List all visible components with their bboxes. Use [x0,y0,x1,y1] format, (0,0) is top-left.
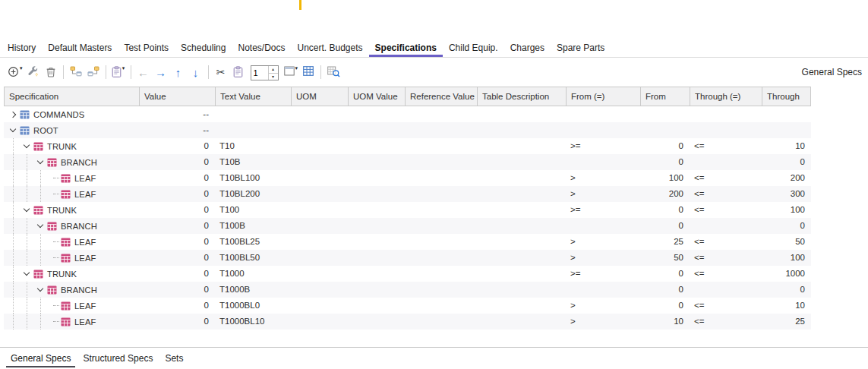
tab-notes-docs[interactable]: Notes/Docs [232,38,291,57]
expander[interactable] [34,161,46,163]
cell-text-value[interactable]: T100 [215,202,291,218]
cell-from-eq[interactable]: > [566,298,640,314]
cell-through-eq[interactable]: <= [690,138,762,154]
cell-from[interactable]: 10 [640,314,690,330]
cell-uom-value[interactable] [348,314,405,330]
add-button[interactable]: ▾ [6,63,24,81]
cell-table-description[interactable] [477,266,566,282]
move-up-button[interactable]: ↑ [170,63,187,81]
cell-value[interactable]: 0 [139,186,215,202]
chevron-down-icon[interactable] [10,126,16,132]
chevron-right-icon[interactable] [10,111,16,117]
cell-through-eq[interactable] [690,106,762,122]
cell-value[interactable]: 0 [139,170,215,186]
cell-uom-value[interactable] [348,170,405,186]
view-selector-button[interactable]: ▾ [282,63,300,81]
cell-text-value[interactable]: T10BL100 [215,170,291,186]
column-header-text-value[interactable]: Text Value [216,87,292,106]
cell-uom-value[interactable] [348,282,405,298]
cell-from[interactable]: 0 [640,298,690,314]
cell-through-eq[interactable]: <= [690,170,762,186]
cell-reference-value[interactable] [405,122,477,138]
cell-from[interactable]: 0 [640,154,690,170]
spec-row-t10b[interactable]: BRANCH0T10B00 [4,154,811,170]
expander[interactable] [21,273,33,275]
cell-uom-value[interactable] [348,202,405,218]
cell-table-description[interactable] [477,122,566,138]
spec-row-t1000b[interactable]: BRANCH0T1000B00 [4,282,811,298]
spinner-down-button[interactable]: ▾ [269,74,278,80]
cell-reference-value[interactable] [405,282,477,298]
tab-default-masters[interactable]: Default Masters [42,38,118,57]
cell-uom[interactable] [291,106,348,122]
cell-from[interactable]: 0 [640,202,690,218]
spec-row-t1000bl10[interactable]: LEAF0T1000BL10>10<=25 [4,314,811,330]
column-header-from[interactable]: From (=) [567,87,641,106]
forward-button[interactable]: → [153,63,169,81]
tab-history[interactable]: History [2,38,42,57]
chevron-down-icon[interactable] [24,206,30,212]
cell-table-description[interactable] [477,282,566,298]
cut-button[interactable]: ✂ [213,63,229,81]
cell-through[interactable]: 0 [762,218,811,234]
cell-from-eq[interactable]: > [566,250,640,266]
cell-uom[interactable] [291,250,348,266]
cell-from-eq[interactable]: > [566,314,640,330]
cell-through[interactable]: 100 [762,202,811,218]
tab-spare-parts[interactable]: Spare Parts [551,38,611,57]
cell-from[interactable]: 200 [640,186,690,202]
cell-through-eq[interactable] [690,154,762,170]
spec-count-input[interactable] [251,66,268,80]
remove-child-button[interactable] [85,63,102,81]
spec-row-root-1[interactable]: ROOT-- [4,122,811,138]
cell-through-eq[interactable]: <= [690,202,762,218]
cell-text-value[interactable]: T1000BL10 [215,314,291,330]
cell-uom[interactable] [291,314,348,330]
spec-row-t100b[interactable]: BRANCH0T100B00 [4,218,811,234]
cell-text-value[interactable]: T1000B [215,282,291,298]
cell-through-eq[interactable] [690,122,762,138]
spec-row-t100[interactable]: TRUNK0T100>=0<=100 [4,202,811,218]
cell-text-value[interactable]: T1000 [215,266,291,282]
cell-text-value[interactable]: T1000BL0 [215,298,291,314]
back-button[interactable]: ← [135,63,152,81]
column-header-reference-value[interactable]: Reference Value [406,87,478,106]
expander[interactable] [34,289,46,291]
spec-row-t100bl25[interactable]: LEAF0T100BL25>25<=50 [4,234,811,250]
cell-reference-value[interactable] [405,138,477,154]
chevron-down-icon[interactable] [37,285,43,292]
move-down-button[interactable]: ↓ [188,63,204,81]
column-header-through[interactable]: Through [762,87,812,106]
cell-uom[interactable] [291,170,348,186]
cell-from-eq[interactable]: > [566,234,640,250]
cell-value[interactable]: 0 [139,282,215,298]
cell-uom-value[interactable] [348,234,405,250]
cell-from-eq[interactable] [566,282,640,298]
cell-text-value[interactable]: T100B [215,218,291,234]
expander[interactable] [7,112,19,117]
cell-table-description[interactable] [477,250,566,266]
cell-through[interactable] [762,106,811,122]
cell-value[interactable]: 0 [139,314,215,330]
spec-count-spinner[interactable]: ▴▾ [251,65,279,80]
cell-uom-value[interactable] [348,122,405,138]
column-header-value[interactable]: Value [140,87,216,106]
cell-uom[interactable] [291,298,348,314]
cell-through[interactable]: 300 [762,186,811,202]
tab-charges[interactable]: Charges [504,38,551,57]
cell-from-eq[interactable] [566,218,640,234]
cell-reference-value[interactable] [405,266,477,282]
cell-value[interactable]: 0 [139,298,215,314]
cell-through-eq[interactable]: <= [690,266,762,282]
cell-table-description[interactable] [477,186,566,202]
modify-button[interactable] [25,63,42,81]
cell-through-eq[interactable]: <= [690,186,762,202]
cell-reference-value[interactable] [405,234,477,250]
cell-reference-value[interactable] [405,154,477,170]
cell-uom[interactable] [291,266,348,282]
spec-row-t10[interactable]: TRUNK0T10>=0<=10 [4,138,811,154]
cell-value[interactable]: 0 [139,218,215,234]
spec-row-t1000[interactable]: TRUNK0T1000>=0<=1000 [4,266,811,282]
cell-reference-value[interactable] [405,218,477,234]
cell-text-value[interactable]: T100BL50 [215,250,291,266]
